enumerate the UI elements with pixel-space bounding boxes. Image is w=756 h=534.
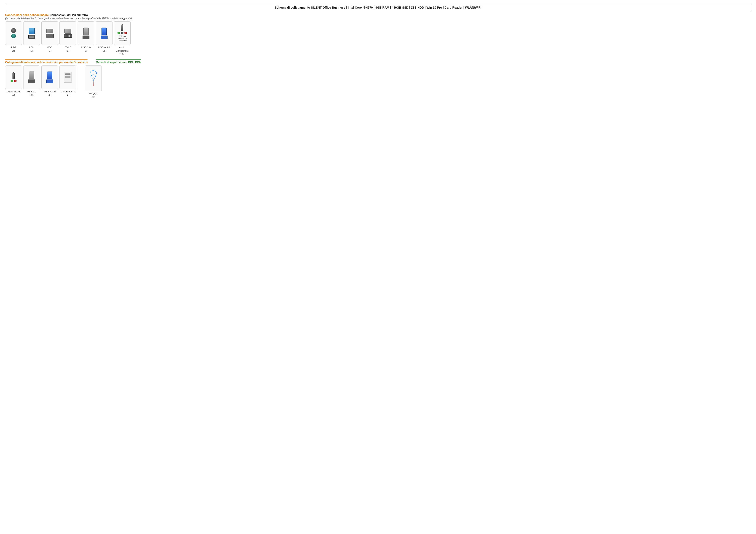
- wlan-icon: [90, 70, 97, 86]
- audio-dot-front-red: [14, 80, 16, 82]
- wlan-arc-large: [90, 70, 97, 74]
- ps2-plug-top: [11, 28, 16, 33]
- audio-dots-front: [11, 80, 16, 82]
- connector-usb2-rear-box: [78, 21, 94, 45]
- vga-port: [46, 34, 54, 38]
- connector-usb3-rear: USB-A 3.0 2x: [96, 21, 113, 56]
- vga-dots: [47, 36, 52, 36]
- expansion-connectors-row: W-LAN 1x: [85, 65, 102, 99]
- connector-usb2-rear-label: USB 2.0 2x: [81, 46, 91, 53]
- usb2-port: [83, 36, 90, 39]
- audio-jack: [121, 24, 123, 31]
- connector-usb2-front-label: USB 2.0 3x: [27, 90, 37, 97]
- connector-audio-front-label: Audio In/Out 1x: [7, 90, 20, 97]
- front-divider: [5, 60, 88, 60]
- connector-lan-label: LAN 1x: [29, 46, 34, 53]
- audio-jack-front: [13, 72, 15, 79]
- connector-dvid-label: DVI-D 1x: [65, 46, 71, 53]
- lan-port: [28, 35, 35, 38]
- connector-ps2: PS/2 2x: [5, 21, 22, 56]
- expansion-section-header-wrap: Schede di espansione - PCI / PCIe: [96, 60, 141, 64]
- expansion-connectors-section: W-LAN 1x: [85, 65, 102, 100]
- ps2-icon: [11, 28, 16, 38]
- lan-icon: [28, 28, 35, 38]
- front-section-label: Collegamenti anteriori parte anteriore/s…: [5, 61, 88, 64]
- dvi-port: [64, 34, 72, 38]
- wlan-arc-medium: [91, 75, 96, 77]
- audio-dot-red: [124, 32, 127, 34]
- cr-slot-1: [65, 73, 70, 75]
- front-expansion-rows: Audio In/Out 1x USB 2.0 3x: [5, 65, 751, 100]
- wlan-waves: [90, 70, 97, 81]
- connector-cardreader: Cardreader * 1x: [60, 65, 76, 97]
- connector-usb3-rear-box: [96, 21, 113, 45]
- audio-note: *7.1 con connettore Frontpanel: [115, 35, 129, 42]
- connector-usb2-front-box: [23, 65, 40, 89]
- connector-lan: LAN 1x: [23, 21, 40, 56]
- motherboard-section-label-orange: Connessioni della scheda madre: [5, 13, 49, 16]
- front-connectors-section: Audio In/Out 1x USB 2.0 3x: [5, 65, 76, 98]
- usb2-front-icon: [28, 71, 35, 83]
- wlan-antenna: [93, 81, 94, 86]
- dvi-icon: [64, 29, 72, 38]
- connector-vga: VGA 1x: [41, 21, 58, 56]
- audio-rear-icon: *7.1 con connettore Frontpanel: [115, 24, 129, 42]
- wlan-arc-small: [92, 78, 94, 79]
- motherboard-section-label-black: Connessioni del PC sul retro: [49, 13, 88, 16]
- connector-ps2-box: [5, 21, 22, 45]
- usb2-front-port: [28, 80, 35, 83]
- connector-lan-box: [23, 21, 40, 45]
- cardreader-icon: [64, 72, 72, 83]
- connector-vga-label: VGA 1x: [47, 46, 52, 53]
- usb3-front-port: [46, 80, 53, 83]
- front-section-header-wrap: Collegamenti anteriori parte anteriore/s…: [5, 60, 88, 64]
- audio-dot-green: [118, 32, 120, 34]
- cr-slot-2: [65, 76, 70, 78]
- connector-wlan-label: W-LAN 1x: [90, 92, 97, 99]
- usb3-plug: [101, 28, 107, 35]
- connector-usb3-rear-label: USB-A 3.0 2x: [98, 46, 110, 53]
- vga-cable: [46, 29, 53, 33]
- connector-dvid: DVI-D 1x: [60, 21, 76, 56]
- front-connectors-row: Audio In/Out 1x USB 2.0 3x: [5, 65, 76, 97]
- usb2-plug: [83, 28, 89, 35]
- cardreader-device: [64, 72, 72, 83]
- connector-audio-rear: *7.1 con connettore Frontpanel Audio Con…: [114, 21, 131, 56]
- connector-wlan-box: [85, 65, 102, 91]
- lan-plug: [29, 28, 35, 34]
- usb2-rear-icon: [83, 28, 90, 39]
- motherboard-subtitle: (le connessioni del monitor/scheda grafi…: [5, 17, 751, 20]
- connector-audio-front: Audio In/Out 1x: [5, 65, 22, 97]
- audio-dot-black: [121, 32, 123, 34]
- dvi-cable: [65, 29, 71, 34]
- lan-port-inner: [29, 36, 34, 38]
- connector-audio-rear-box: *7.1 con connettore Frontpanel: [114, 21, 131, 45]
- usb3-front-icon: [46, 71, 53, 83]
- page-title: Schema di collegamento SILENT Office Bus…: [5, 4, 751, 11]
- usb3-rear-icon: [101, 28, 108, 39]
- audio-front-icon: [11, 72, 16, 82]
- connector-usb3-front-label: USB-A 3.0 2x: [44, 90, 56, 97]
- ps2-plug-bottom: [11, 34, 16, 38]
- connector-cardreader-label: Cardreader * 1x: [61, 90, 75, 97]
- usb3-port: [101, 36, 108, 39]
- connector-audio-front-box: [5, 65, 22, 89]
- connector-ps2-label: PS/2 2x: [11, 46, 16, 53]
- connector-usb3-front-box: [41, 65, 58, 89]
- expansion-section-label: Schede di espansione - PCI / PCIe: [96, 61, 141, 64]
- connector-cardreader-box: [60, 65, 76, 89]
- connector-usb2-front: USB 2.0 3x: [23, 65, 40, 97]
- usb3-front-plug: [47, 71, 52, 79]
- expansion-divider: [96, 60, 141, 60]
- connector-wlan: W-LAN 1x: [85, 65, 102, 99]
- connector-vga-box: [41, 21, 58, 45]
- vga-icon: [46, 29, 54, 38]
- connector-audio-rear-label: Audio Connectors 5.1x: [114, 46, 131, 56]
- audio-dots: [118, 32, 127, 34]
- wlan-dot: [93, 80, 94, 81]
- usb2-front-plug: [29, 71, 34, 79]
- connector-usb2-rear: USB 2.0 2x: [78, 21, 94, 56]
- connector-usb3-front: USB-A 3.0 2x: [41, 65, 58, 97]
- audio-dot-front-green: [11, 80, 13, 82]
- front-expansion-headers: Collegamenti anteriori parte anteriore/s…: [5, 60, 751, 64]
